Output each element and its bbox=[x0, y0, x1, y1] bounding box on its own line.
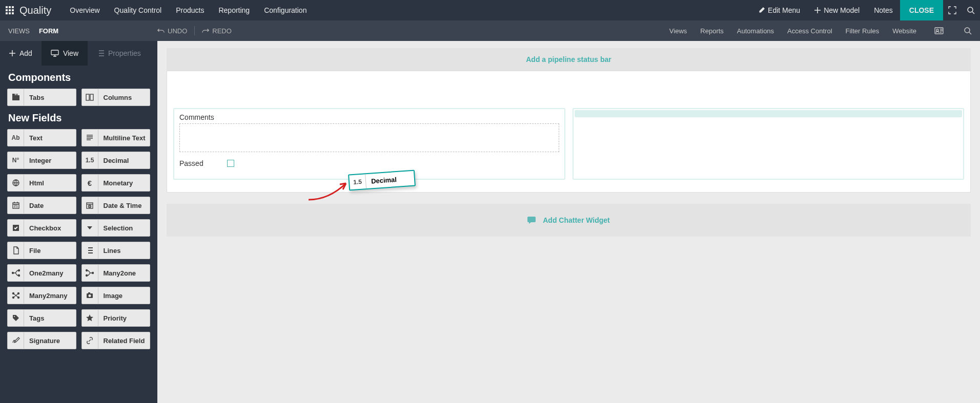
chip-label: Html bbox=[24, 179, 44, 187]
id-card-icon[interactable] bbox=[930, 20, 948, 41]
svg-point-0 bbox=[968, 7, 973, 12]
form-column-right[interactable] bbox=[573, 108, 965, 180]
field-chip-html[interactable]: Html bbox=[7, 174, 76, 192]
edit-menu-button[interactable]: Edit Menu bbox=[751, 0, 807, 20]
link-filter-rules[interactable]: Filter Rules bbox=[846, 27, 880, 35]
undo-button[interactable]: UNDO bbox=[157, 27, 187, 35]
tabs-icon bbox=[8, 89, 24, 105]
tab-view[interactable]: View bbox=[42, 41, 88, 66]
chip-label: Signature bbox=[24, 337, 60, 345]
search-icon[interactable] bbox=[962, 0, 980, 20]
apps-icon[interactable] bbox=[0, 6, 19, 14]
camera-icon bbox=[82, 287, 98, 304]
chip-label: Priority bbox=[98, 314, 127, 322]
nav-quality-control[interactable]: Quality Control bbox=[107, 0, 169, 20]
list-icon bbox=[82, 242, 98, 259]
field-chip-checkbox[interactable]: Checkbox bbox=[7, 219, 76, 237]
link-reports[interactable]: Reports bbox=[700, 27, 724, 35]
svg-rect-5 bbox=[12, 95, 19, 100]
field-chip-decimal[interactable]: 1.5Decimal bbox=[81, 152, 151, 169]
Ab-icon: Ab bbox=[8, 130, 24, 146]
svg-rect-6 bbox=[12, 94, 15, 95]
field-chip-many2one[interactable]: Many2one bbox=[81, 264, 151, 282]
svg-rect-7 bbox=[15, 94, 18, 95]
nav-reporting[interactable]: Reporting bbox=[211, 0, 257, 20]
field-chip-signature[interactable]: Signature bbox=[7, 332, 76, 349]
field-chip-date-time[interactable]: Date & Time bbox=[81, 197, 151, 214]
field-chip-monetary[interactable]: €Monetary bbox=[81, 174, 151, 192]
app-title[interactable]: Quality bbox=[19, 5, 51, 16]
chip-label: Decimal bbox=[98, 157, 129, 164]
chip-label: One2many bbox=[24, 269, 63, 277]
link-views[interactable]: Views bbox=[669, 27, 687, 35]
new-model-button[interactable]: New Model bbox=[807, 0, 867, 20]
svg-rect-8 bbox=[86, 94, 89, 100]
chip-label: Related Field bbox=[98, 337, 145, 345]
field-chip-lines[interactable]: Lines bbox=[81, 242, 151, 259]
sidebar: Add View Properties Components TabsColum… bbox=[0, 41, 157, 403]
svg-point-3 bbox=[965, 28, 970, 33]
add-chatter-button[interactable]: Add Chatter Widget bbox=[167, 204, 971, 237]
add-pipeline-button[interactable]: Add a pipeline status bar bbox=[167, 48, 971, 71]
field-chip-columns[interactable]: Columns bbox=[81, 89, 151, 106]
svg-point-21 bbox=[86, 275, 88, 277]
subbar-views[interactable]: VIEWS bbox=[8, 27, 30, 35]
components-heading: Components bbox=[0, 66, 157, 89]
svg-point-16 bbox=[12, 272, 13, 274]
tab-add[interactable]: Add bbox=[0, 41, 42, 66]
tag-icon bbox=[8, 310, 24, 326]
field-chip-many2many[interactable]: Many2many bbox=[7, 287, 76, 304]
field-chip-tags[interactable]: Tags bbox=[7, 309, 76, 327]
svg-point-29 bbox=[14, 316, 15, 317]
file-icon bbox=[8, 242, 24, 259]
globe-icon bbox=[8, 175, 24, 191]
svg-point-24 bbox=[12, 297, 14, 299]
search-icon[interactable] bbox=[962, 20, 974, 41]
field-chip-related-field[interactable]: Related Field bbox=[81, 332, 151, 349]
nav-configuration[interactable]: Configuration bbox=[257, 0, 314, 20]
svg-point-19 bbox=[92, 272, 94, 274]
field-chip-date[interactable]: 21Date bbox=[7, 197, 76, 214]
star-icon bbox=[82, 310, 98, 326]
monitor-icon bbox=[51, 50, 59, 57]
tab-properties[interactable]: Properties bbox=[88, 41, 150, 66]
columns-icon bbox=[82, 89, 98, 105]
field-chip-priority[interactable]: Priority bbox=[81, 309, 151, 327]
link-website[interactable]: Website bbox=[892, 27, 916, 35]
chip-label: Image bbox=[98, 292, 123, 300]
form-column-left[interactable]: Comments Passed bbox=[173, 108, 565, 180]
m2m-icon bbox=[8, 287, 24, 304]
field-chip-text[interactable]: AbText bbox=[7, 129, 76, 146]
nav-products[interactable]: Products bbox=[169, 0, 211, 20]
chip-label: Selection bbox=[98, 224, 133, 232]
redo-button[interactable]: REDO bbox=[202, 27, 232, 35]
lines-icon bbox=[82, 130, 98, 146]
svg-point-20 bbox=[86, 270, 88, 271]
link-access-control[interactable]: Access Control bbox=[787, 27, 832, 35]
form-sheet: Comments Passed bbox=[167, 71, 971, 193]
notes-button[interactable]: Notes bbox=[867, 0, 900, 20]
subbar-form[interactable]: FORM bbox=[39, 27, 58, 35]
new-fields-heading: New Fields bbox=[0, 106, 157, 129]
nav-overview[interactable]: Overview bbox=[63, 0, 107, 20]
svg-point-27 bbox=[89, 294, 91, 297]
chip-label: Date bbox=[24, 202, 44, 209]
field-chip-file[interactable]: File bbox=[7, 242, 76, 259]
close-button[interactable]: CLOSE bbox=[900, 0, 943, 20]
field-chip-image[interactable]: Image bbox=[81, 287, 151, 304]
field-chip-one2many[interactable]: One2many bbox=[7, 264, 76, 282]
expand-icon[interactable] bbox=[943, 0, 962, 20]
sub-bar: VIEWS FORM UNDO REDO Views Reports Autom… bbox=[0, 20, 980, 41]
field-chip-selection[interactable]: Selection bbox=[81, 219, 151, 237]
cal-icon: 21 bbox=[8, 197, 24, 214]
chip-label: Lines bbox=[98, 247, 121, 254]
svg-point-17 bbox=[18, 270, 19, 271]
chip-label: Checkbox bbox=[24, 224, 61, 232]
svg-point-25 bbox=[17, 297, 19, 299]
passed-checkbox[interactable] bbox=[227, 160, 234, 167]
field-chip-multiline-text[interactable]: Multiline Text bbox=[81, 129, 151, 146]
field-chip-tabs[interactable]: Tabs bbox=[7, 89, 76, 106]
link-automations[interactable]: Automations bbox=[737, 27, 774, 35]
dropzone[interactable] bbox=[179, 123, 559, 152]
field-chip-integer[interactable]: N°Integer bbox=[7, 152, 76, 169]
